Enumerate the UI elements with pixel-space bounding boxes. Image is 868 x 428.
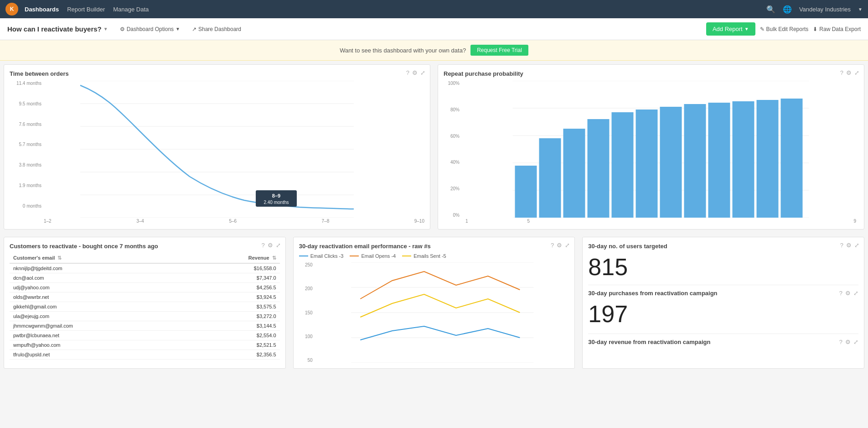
legend-clicks: Email Clicks -3 — [299, 253, 344, 259]
table-row: tfrulo@upsld.net$2,356.5 — [10, 350, 280, 360]
revenue-cell: $16,558.0 — [187, 263, 280, 273]
settings-icon-2[interactable]: ⚙ — [846, 69, 852, 76]
users-targeted-title: 30-day no. of users targeted — [588, 243, 858, 250]
nav-link-dashboards[interactable]: Dashboards — [25, 6, 59, 13]
expand-icon-6[interactable]: ⤢ — [853, 290, 858, 297]
svg-rect-20 — [588, 119, 610, 218]
customers-table-panel: Customers to reactivate - bought once 7 … — [4, 237, 286, 369]
email-cell: udj@yahoo.com — [10, 283, 187, 292]
time-chart-svg: 8–9 2.40 months — [10, 81, 424, 218]
email-performance-panel: 30-day reactivation email performance - … — [293, 237, 575, 369]
navigation: K Dashboards Report Builder Manage Data … — [0, 0, 868, 18]
nav-link-manage-data[interactable]: Manage Data — [113, 6, 149, 13]
expand-icon-4[interactable]: ⤢ — [565, 242, 570, 249]
toolbar-actions: ⚙ Dashboard Options ▼ ↗ Share Dashboard — [115, 24, 246, 35]
bulk-edit-button[interactable]: ✎ Bulk Edit Reports — [760, 26, 809, 32]
add-report-button[interactable]: Add Report ▼ — [706, 22, 755, 36]
table-row: olds@wwrbr.net$3,924.5 — [10, 292, 280, 302]
col-email-header[interactable]: Customer's email ⇅ — [10, 253, 187, 263]
info-icon-6[interactable]: ? — [839, 290, 842, 297]
bar-x-labels: 1 5 9 — [463, 219, 858, 224]
revenue-title: 30-day revenue from reactivation campaig… — [588, 339, 710, 345]
dashboard-title[interactable]: How can I reactivate buyers? ▼ — [7, 25, 108, 33]
email-cell: wmpufh@yahoo.com — [10, 340, 187, 350]
info-icon[interactable]: ? — [406, 69, 409, 76]
repeat-purchase-chart: 100% 80% 60% 40% 20% 0% — [444, 81, 858, 224]
revenue-cell: $3,144.5 — [187, 321, 280, 331]
sort-icon-revenue: ⇅ — [272, 255, 276, 261]
add-report-chevron-icon: ▼ — [744, 26, 749, 31]
email-performance-title: 30-day reactivation email performance - … — [299, 243, 569, 250]
x-axis-labels-time: 1–2 3–4 5–6 7–8 9–10 — [44, 219, 424, 224]
email-y-labels: 250 200 150 100 50 — [299, 262, 313, 363]
expand-icon-3[interactable]: ⤢ — [276, 242, 281, 249]
share-icon: ↗ — [192, 26, 196, 32]
svg-rect-24 — [684, 104, 706, 218]
table-row: udj@yahoo.com$4,256.5 — [10, 283, 280, 292]
nav-logo: K — [5, 3, 18, 16]
nav-link-report-builder[interactable]: Report Builder — [67, 6, 105, 13]
revenue-cell: $2,356.5 — [187, 350, 280, 360]
table-row: dcn@aol.com$7,347.0 — [10, 273, 280, 283]
email-cell: tfrulo@upsld.net — [10, 350, 187, 360]
svg-rect-25 — [708, 103, 730, 218]
revenue-section: 30-day revenue from reactivation campaig… — [588, 334, 858, 349]
time-between-orders-chart: 11.4 months 9.5 months 7.6 months 5.7 mo… — [10, 81, 424, 224]
time-between-orders-title: Time between orders — [10, 70, 424, 77]
svg-rect-27 — [757, 100, 779, 218]
settings-icon-6[interactable]: ⚙ — [845, 290, 851, 297]
svg-rect-22 — [636, 110, 658, 218]
dashboard-options-button[interactable]: ⚙ Dashboard Options ▼ — [115, 24, 185, 35]
settings-icon[interactable]: ⚙ — [412, 69, 418, 76]
email-cell: pwtbr@lcbunaea.net — [10, 331, 187, 340]
table-row: wmpufh@yahoo.com$2,521.5 — [10, 340, 280, 350]
share-dashboard-button[interactable]: ↗ Share Dashboard — [187, 24, 246, 35]
settings-icon-7[interactable]: ⚙ — [845, 339, 851, 345]
expand-icon-7[interactable]: ⤢ — [853, 339, 858, 345]
legend-opens: Email Opens -4 — [350, 253, 396, 259]
expand-icon-5[interactable]: ⤢ — [854, 242, 859, 249]
info-icon-3[interactable]: ? — [261, 242, 264, 249]
revenue-cell: $3,924.5 — [187, 292, 280, 302]
svg-rect-26 — [733, 101, 754, 218]
info-icon-5[interactable]: ? — [840, 242, 843, 249]
svg-text:2.40 months: 2.40 months — [264, 200, 289, 205]
svg-rect-17 — [515, 166, 537, 218]
svg-rect-18 — [539, 138, 561, 218]
panel-icons-time: ? ⚙ ⤢ — [406, 69, 425, 76]
legend-line-opens — [350, 256, 359, 256]
table-row: ula@ejeujg.com$3,272.0 — [10, 312, 280, 321]
expand-icon[interactable]: ⤢ — [420, 69, 425, 76]
settings-icon-3[interactable]: ⚙ — [268, 242, 273, 249]
users-targeted-value: 815 — [588, 254, 858, 280]
info-icon-4[interactable]: ? — [551, 242, 554, 249]
raw-data-icon: ⬇ — [813, 26, 817, 32]
info-icon-7[interactable]: ? — [839, 339, 842, 345]
expand-icon-2[interactable]: ⤢ — [854, 69, 859, 76]
svg-text:8–9: 8–9 — [272, 193, 280, 198]
info-icon-2[interactable]: ? — [840, 69, 843, 76]
revenue-cell: $2,554.0 — [187, 331, 280, 340]
raw-data-button[interactable]: ⬇ Raw Data Export — [813, 26, 861, 32]
request-trial-button[interactable]: Request Free Trial — [470, 45, 528, 56]
users-targeted-panel: 30-day no. of users targeted ? ⚙ ⤢ 815 3… — [582, 237, 864, 369]
table-row: nknnijlp@tjgdeitd.com$16,558.0 — [10, 263, 280, 273]
search-icon[interactable]: 🔍 — [766, 5, 775, 14]
globe-icon[interactable]: 🌐 — [783, 5, 792, 14]
panel-icons-repeat: ? ⚙ ⤢ — [840, 69, 859, 76]
table-row: gikkehl@gmail.com$3,575.5 — [10, 302, 280, 312]
revenue-cell: $3,575.5 — [187, 302, 280, 312]
email-legend: Email Clicks -3 Email Opens -4 Emails Se… — [299, 253, 569, 259]
toolbar-right: Add Report ▼ ✎ Bulk Edit Reports ⬇ Raw D… — [706, 22, 861, 36]
email-cell: jhmmcwgwnm@gmail.com — [10, 321, 187, 331]
settings-icon-5[interactable]: ⚙ — [846, 242, 852, 249]
panel-icons-email: ? ⚙ ⤢ — [551, 242, 570, 249]
account-name[interactable]: Vandelay Industries — [799, 6, 851, 13]
title-chevron-icon: ▼ — [103, 26, 108, 31]
nav-links: Dashboards Report Builder Manage Data — [25, 6, 149, 13]
panel-icons-customers: ? ⚙ ⤢ — [261, 242, 280, 249]
customers-table-title: Customers to reactivate - bought once 7 … — [10, 243, 280, 250]
col-revenue-header[interactable]: Revenue ⇅ — [187, 253, 280, 263]
settings-icon-4[interactable]: ⚙ — [557, 242, 562, 249]
revenue-cell: $3,272.0 — [187, 312, 280, 321]
